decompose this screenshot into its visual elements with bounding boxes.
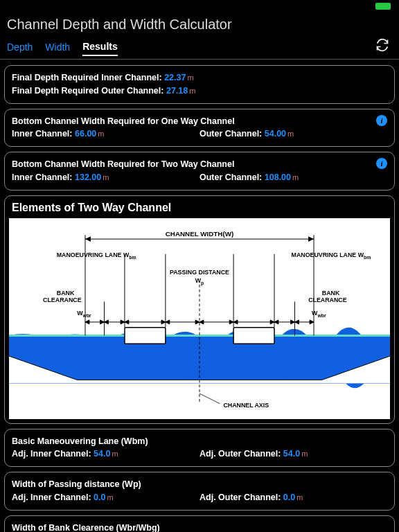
channel-diagram: CHANNEL WIDTH(W) MANOEUVRING LANE Wbm MA… bbox=[9, 218, 390, 419]
wp-inner-value: 0.0 bbox=[94, 493, 105, 502]
unit: m bbox=[103, 173, 109, 181]
final-depth-outer-value: 27.18 bbox=[166, 86, 188, 96]
svg-marker-10 bbox=[85, 236, 91, 242]
final-depth-inner-label: Final Depth Required Inner Channel: bbox=[12, 73, 162, 82]
svg-text:PASSING DISTANCE: PASSING DISTANCE bbox=[170, 269, 229, 276]
svg-marker-30 bbox=[166, 319, 170, 323]
tab-results[interactable]: Results bbox=[82, 41, 118, 56]
wp-outer-value: 0.0 bbox=[283, 493, 295, 502]
final-depth-inner-row: Final Depth Required Inner Channel: 22.3… bbox=[12, 71, 387, 85]
svg-text:Wwbr: Wwbr bbox=[77, 310, 91, 318]
one-way-outer-value: 54.00 bbox=[265, 129, 286, 139]
unit: m bbox=[112, 450, 118, 458]
tab-depth[interactable]: Depth bbox=[7, 42, 33, 55]
unit: m bbox=[189, 87, 195, 95]
tab-width[interactable]: Width bbox=[45, 42, 70, 55]
wbm-outer-label: Adj. Outer Channel: bbox=[200, 449, 281, 459]
final-depth-outer-label: Final Depth Required Outer Channel: bbox=[12, 86, 163, 96]
svg-rect-5 bbox=[125, 327, 166, 344]
svg-rect-6 bbox=[233, 327, 274, 344]
svg-text:MANOEUVRING LANE Wbm: MANOEUVRING LANE Wbm bbox=[292, 251, 371, 259]
wbr-title: Width of Bank Clearence (Wbr/Wbg) bbox=[12, 522, 387, 533]
info-icon[interactable]: i bbox=[376, 115, 387, 126]
one-way-panel: i Bottom Channel Width Required for One … bbox=[4, 109, 395, 148]
diagram-panel: Elements of Two Way Channel bbox=[4, 195, 395, 424]
svg-marker-24 bbox=[105, 319, 109, 323]
wp-values: Adj. Inner Channel: 0.0m Adj. Outer Chan… bbox=[12, 491, 387, 504]
one-way-outer-label: Outer Channel: bbox=[200, 129, 262, 139]
one-way-inner-label: Inner Channel: bbox=[12, 129, 73, 139]
two-way-outer-value: 108.00 bbox=[265, 172, 291, 182]
wbm-values: Adj. Inner Channel: 54.0m Adj. Outer Cha… bbox=[12, 447, 387, 461]
battery-icon bbox=[375, 3, 391, 10]
info-icon[interactable]: i bbox=[376, 158, 387, 169]
status-bar bbox=[0, 0, 399, 12]
unit: m bbox=[107, 493, 113, 502]
wbm-panel: Basic Maneouvering Lane (Wbm) Adj. Inner… bbox=[4, 429, 395, 468]
unit: m bbox=[287, 130, 294, 138]
two-way-values: Inner Channel: 132.00m Outer Channel: 10… bbox=[12, 171, 387, 184]
results-content: Final Depth Required Inner Channel: 22.3… bbox=[0, 60, 399, 532]
wbm-outer-value: 54.0 bbox=[283, 449, 300, 459]
svg-text:CHANNEL WIDTH(W): CHANNEL WIDTH(W) bbox=[166, 230, 233, 238]
unit: m bbox=[296, 493, 303, 502]
one-way-title: Bottom Channel Width Required for One Wa… bbox=[12, 115, 387, 128]
unit: m bbox=[98, 130, 104, 138]
refresh-icon[interactable] bbox=[375, 38, 389, 52]
wp-outer-label: Adj. Outer Channel: bbox=[200, 493, 281, 502]
wbm-title: Basic Maneouvering Lane (Wbm) bbox=[12, 435, 387, 448]
wbm-inner-value: 54.0 bbox=[94, 449, 110, 459]
two-way-outer-label: Outer Channel: bbox=[200, 172, 262, 182]
svg-text:MANOEUVRING LANE Wbm: MANOEUVRING LANE Wbm bbox=[57, 251, 136, 259]
final-depth-outer-row: Final Depth Required Outer Channel: 27.1… bbox=[12, 85, 387, 98]
one-way-inner-value: 66.00 bbox=[75, 129, 96, 139]
svg-text:CHANNEL AXIS: CHANNEL AXIS bbox=[223, 401, 269, 408]
svg-text:BANKCLEARANCE: BANKCLEARANCE bbox=[43, 289, 82, 303]
unit: m bbox=[292, 173, 299, 181]
wbm-inner-label: Adj. Inner Channel: bbox=[12, 449, 91, 459]
svg-marker-39 bbox=[274, 319, 278, 323]
two-way-panel: i Bottom Channel Width Required for Two … bbox=[4, 152, 395, 190]
one-way-values: Inner Channel: 66.00m Outer Channel: 54.… bbox=[12, 127, 387, 141]
wp-panel: Width of Passing distance (Wp) Adj. Inne… bbox=[4, 472, 395, 511]
two-way-inner-label: Inner Channel: bbox=[12, 172, 73, 182]
tab-bar: Depth Width Results bbox=[0, 39, 399, 57]
svg-marker-36 bbox=[233, 319, 238, 323]
svg-line-8 bbox=[200, 393, 220, 404]
final-depth-panel: Final Depth Required Inner Channel: 22.3… bbox=[4, 65, 395, 104]
two-way-title: Bottom Channel Width Required for Two Wa… bbox=[12, 158, 387, 171]
svg-marker-11 bbox=[308, 236, 314, 242]
final-depth-inner-value: 22.37 bbox=[164, 73, 186, 82]
wp-title: Width of Passing distance (Wp) bbox=[12, 478, 387, 491]
svg-marker-21 bbox=[85, 319, 89, 323]
diagram-title: Elements of Two Way Channel bbox=[9, 200, 390, 218]
svg-marker-43 bbox=[310, 319, 314, 323]
two-way-inner-value: 132.00 bbox=[75, 172, 101, 182]
wp-inner-label: Adj. Inner Channel: bbox=[12, 493, 91, 502]
svg-marker-33 bbox=[200, 319, 204, 323]
app-title: Channel Depth and Width Calculator bbox=[0, 12, 399, 39]
wbr-panel: Width of Bank Clearence (Wbr/Wbg) bbox=[4, 515, 395, 533]
unit: m bbox=[301, 450, 308, 458]
svg-marker-42 bbox=[295, 319, 299, 323]
svg-marker-27 bbox=[125, 319, 129, 323]
unit: m bbox=[187, 73, 193, 82]
